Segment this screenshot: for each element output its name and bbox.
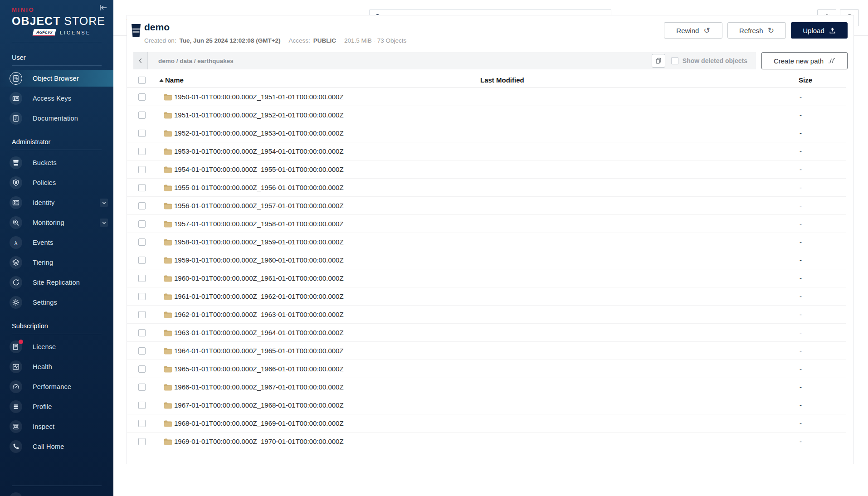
row-checkbox[interactable] [138, 329, 146, 336]
row-checkbox[interactable] [138, 166, 146, 173]
sidebar-item-call-home[interactable]: Call Home [0, 438, 113, 455]
show-deleted-checkbox[interactable] [671, 57, 678, 64]
table-row[interactable]: 1952-01-01T00:00:00.000Z_1953-01-01T00:0… [127, 124, 846, 142]
events-icon: λ [12, 239, 20, 246]
license-row: AGPLv3 LICENSE [12, 29, 107, 36]
row-checkbox[interactable] [138, 184, 146, 191]
sidebar-section-title: User [0, 54, 113, 61]
site-replication-icon [12, 279, 20, 286]
folder-icon [164, 257, 172, 264]
upload-button[interactable]: Upload [791, 22, 848, 39]
sidebar-item-license[interactable]: License [0, 339, 113, 355]
object-size: - [800, 365, 802, 373]
sidebar-item-profile[interactable]: Profile [0, 399, 113, 415]
table-row[interactable]: 1950-01-01T00:00:00.000Z_1951-01-01T00:0… [127, 88, 846, 106]
folder-icon [164, 148, 172, 155]
sidebar-item-policies[interactable]: Policies [0, 175, 113, 191]
divider [12, 334, 102, 334]
row-checkbox[interactable] [138, 365, 146, 373]
table-row[interactable]: 1963-01-01T00:00:00.000Z_1964-01-01T00:0… [127, 324, 846, 342]
policies-icon [12, 179, 20, 186]
object-size: - [800, 184, 802, 191]
table-row[interactable]: 1958-01-01T00:00:00.000Z_1959-01-01T00:0… [127, 233, 846, 251]
table-row[interactable]: 1959-01-01T00:00:00.000Z_1960-01-01T00:0… [127, 251, 846, 269]
sidebar-item-documentation[interactable]: Documentation [0, 110, 113, 126]
object-size: - [800, 438, 802, 445]
object-list: 1950-01-01T00:00:00.000Z_1951-01-01T00:0… [127, 88, 846, 447]
table-row[interactable]: 1965-01-01T00:00:00.000Z_1966-01-01T00:0… [127, 360, 846, 378]
table-row[interactable]: 1956-01-01T00:00:00.000Z_1957-01-01T00:0… [127, 197, 846, 215]
rewind-button[interactable]: Rewind ↺ [664, 22, 722, 39]
notification-dot [19, 340, 23, 344]
object-size: - [800, 202, 802, 209]
table-row[interactable]: 1961-01-01T00:00:00.000Z_1962-01-01T00:0… [127, 287, 846, 306]
sidebar-item-identity[interactable]: Identity [0, 195, 113, 211]
table-row[interactable]: 1960-01-01T00:00:00.000Z_1961-01-01T00:0… [127, 269, 846, 287]
sidebar-item-object-browser[interactable]: Object Browser [0, 70, 113, 87]
row-checkbox[interactable] [138, 257, 146, 264]
row-checkbox[interactable] [138, 148, 146, 155]
sidebar-item-monitoring[interactable]: Monitoring [0, 214, 113, 231]
row-checkbox[interactable] [138, 275, 146, 282]
row-checkbox[interactable] [138, 238, 146, 246]
table-row[interactable]: 1968-01-01T00:00:00.000Z_1969-01-01T00:0… [127, 414, 846, 433]
sidebar-item-events[interactable]: λ Events [0, 234, 113, 251]
row-checkbox[interactable] [138, 93, 146, 101]
table-row[interactable]: 1951-01-01T00:00:00.000Z_1952-01-01T00:0… [127, 106, 846, 124]
chevron-down-icon[interactable] [100, 199, 108, 207]
row-checkbox[interactable] [138, 347, 146, 355]
show-deleted-label: Show deleted objects [683, 57, 747, 64]
sidebar-item-health[interactable]: Health [0, 359, 113, 375]
collapse-sidebar-icon[interactable] [98, 4, 108, 12]
row-checkbox[interactable] [138, 420, 146, 427]
chevron-down-icon[interactable] [100, 219, 108, 227]
row-checkbox[interactable] [138, 384, 146, 391]
logo: MINIO OBJECT STORE AGPLv3 LICENSE [0, 0, 113, 36]
product-title: OBJECT STORE [12, 15, 107, 28]
row-checkbox[interactable] [138, 202, 146, 209]
license-label: LICENSE [60, 30, 91, 35]
copy-path-button[interactable] [652, 54, 665, 68]
object-name: 1963-01-01T00:00:00.000Z_1964-01-01T00:0… [174, 329, 344, 336]
row-checkbox[interactable] [138, 220, 146, 228]
row-checkbox[interactable] [138, 293, 146, 300]
create-new-path-button[interactable]: Create new path [761, 52, 848, 69]
column-header-name[interactable]: Name [165, 76, 184, 84]
table-row[interactable]: 1969-01-01T00:00:00.000Z_1970-01-01T00:0… [127, 433, 846, 447]
navigate-back-button[interactable] [133, 52, 148, 69]
sidebar-item-buckets[interactable]: Buckets [0, 155, 113, 171]
created-label: Created on: [144, 37, 176, 44]
object-size: - [800, 256, 802, 264]
table-row[interactable]: 1967-01-01T00:00:00.000Z_1968-01-01T00:0… [127, 396, 846, 414]
sidebar-section-subscription: Subscription License Health Performance … [0, 322, 113, 455]
table-row[interactable]: 1957-01-01T00:00:00.000Z_1958-01-01T00:0… [127, 215, 846, 233]
row-checkbox[interactable] [138, 311, 146, 318]
sidebar-item-inspect[interactable]: Inspect [0, 418, 113, 435]
row-checkbox[interactable] [138, 130, 146, 137]
sidebar-item-tiering[interactable]: Tiering [0, 254, 113, 271]
table-row[interactable]: 1954-01-01T00:00:00.000Z_1955-01-01T00:0… [127, 160, 846, 179]
sidebar-section-user: User Object Browser Access Keys Document… [0, 54, 113, 126]
object-name: 1965-01-01T00:00:00.000Z_1966-01-01T00:0… [174, 365, 344, 373]
table-row[interactable]: 1962-01-01T00:00:00.000Z_1963-01-01T00:0… [127, 306, 846, 324]
profile-icon [12, 403, 20, 410]
row-checkbox[interactable] [138, 112, 146, 119]
refresh-button[interactable]: Refresh ↻ [727, 22, 786, 39]
table-row[interactable]: 1953-01-01T00:00:00.000Z_1954-01-01T00:0… [127, 142, 846, 160]
sidebar-item-settings[interactable]: Settings [0, 294, 113, 311]
row-checkbox[interactable] [138, 438, 146, 445]
object-name: 1951-01-01T00:00:00.000Z_1952-01-01T00:0… [174, 111, 344, 119]
select-all-checkbox[interactable] [138, 77, 146, 84]
sidebar-item-access-keys[interactable]: Access Keys [0, 90, 113, 107]
license-icon [12, 343, 20, 350]
identity-icon [12, 199, 20, 206]
object-name: 1961-01-01T00:00:00.000Z_1962-01-01T00:0… [174, 292, 344, 300]
table-row[interactable]: 1955-01-01T00:00:00.000Z_1956-01-01T00:0… [127, 179, 846, 197]
table-row[interactable]: 1964-01-01T00:00:00.000Z_1965-01-01T00:0… [127, 342, 846, 360]
buckets-icon [12, 159, 20, 166]
performance-icon [12, 383, 20, 390]
sidebar-item-performance[interactable]: Performance [0, 379, 113, 395]
row-checkbox[interactable] [138, 402, 146, 409]
table-row[interactable]: 1966-01-01T00:00:00.000Z_1967-01-01T00:0… [127, 378, 846, 396]
sidebar-item-site-replication[interactable]: Site Replication [0, 274, 113, 291]
